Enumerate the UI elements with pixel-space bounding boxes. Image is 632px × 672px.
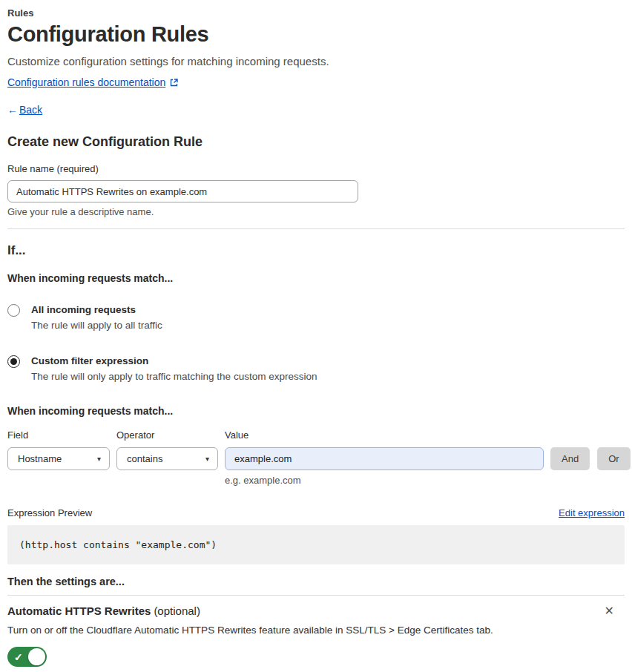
value-label: Value (225, 429, 544, 441)
automatic-https-rewrites-toggle[interactable]: ✓ (7, 647, 47, 667)
operator-select[interactable]: contains ▾ (116, 447, 218, 470)
rule-name-label: Rule name (required) (7, 163, 625, 174)
configuration-rules-page: Rules Configuration Rules Customize conf… (0, 0, 632, 667)
page-description: Customize configuration settings for mat… (7, 55, 625, 68)
if-heading: If... (7, 243, 625, 258)
expression-preview-code: (http.host contains "example.com") (7, 525, 625, 564)
radio-all-incoming-requests[interactable]: All incoming requests The rule will appl… (7, 304, 625, 332)
toggle-knob[interactable] (28, 648, 45, 665)
expression-builder-heading: When incoming requests match... (7, 405, 625, 417)
radio-label: All incoming requests (31, 304, 162, 316)
chevron-down-icon: ▾ (97, 455, 101, 463)
setting-header: Automatic HTTPS Rewrites(optional) ✕ (7, 605, 625, 618)
create-rule-heading: Create new Configuration Rule (7, 134, 625, 150)
operator-select-value: contains (127, 453, 162, 464)
field-column: Field Hostname ▾ (7, 429, 110, 470)
or-button[interactable]: Or (597, 447, 630, 470)
match-type-radio-group: All incoming requests The rule will appl… (7, 304, 625, 383)
radio-custom-filter-expression[interactable]: Custom filter expression The rule will o… (7, 355, 625, 383)
radio-icon[interactable] (7, 355, 20, 368)
then-heading: Then the settings are... (7, 576, 625, 588)
setting-optional-label: (optional) (154, 605, 200, 617)
section-divider (7, 595, 625, 596)
operator-column: Operator contains ▾ (116, 429, 218, 470)
chevron-down-icon: ▾ (205, 455, 209, 463)
andor-buttons: And Or (550, 447, 631, 470)
field-select-value: Hostname (18, 453, 62, 464)
docs-link[interactable]: Configuration rules documentation (7, 76, 178, 88)
expression-preview-label: Expression Preview (7, 507, 92, 518)
radio-icon[interactable] (7, 304, 20, 317)
section-divider (7, 228, 625, 229)
field-select[interactable]: Hostname ▾ (7, 447, 110, 470)
back-link[interactable]: Back (19, 104, 42, 116)
radio-description: The rule will only apply to traffic matc… (31, 371, 317, 383)
edit-expression-link[interactable]: Edit expression (559, 507, 625, 518)
value-help: e.g. example.com (225, 475, 544, 486)
setting-description: Turn on or off the Cloudflare Automatic … (7, 625, 625, 636)
expression-builder-row: Field Hostname ▾ Operator contains ▾ Val… (7, 429, 625, 486)
back-row: ←Back (7, 104, 625, 116)
value-input[interactable] (225, 447, 544, 470)
field-label: Field (7, 429, 110, 441)
radio-description: The rule will apply to all traffic (31, 320, 162, 332)
rule-name-input[interactable] (7, 180, 358, 202)
back-arrow-icon: ← (7, 104, 18, 116)
close-icon[interactable]: ✕ (605, 605, 614, 618)
external-link-icon (170, 79, 178, 87)
and-button[interactable]: And (550, 447, 590, 470)
radio-label: Custom filter expression (31, 355, 317, 367)
operator-label: Operator (116, 429, 218, 441)
rule-name-help: Give your rule a descriptive name. (7, 206, 625, 217)
docs-link-label: Configuration rules documentation (7, 76, 165, 88)
page-title: Configuration Rules (7, 22, 625, 47)
setting-title: Automatic HTTPS Rewrites (7, 605, 151, 617)
breadcrumb[interactable]: Rules (7, 7, 625, 19)
check-icon: ✓ (14, 650, 23, 662)
match-heading: When incoming requests match... (7, 272, 625, 284)
value-column: Value e.g. example.com (225, 429, 544, 486)
expression-preview-header: Expression Preview Edit expression (7, 507, 625, 518)
